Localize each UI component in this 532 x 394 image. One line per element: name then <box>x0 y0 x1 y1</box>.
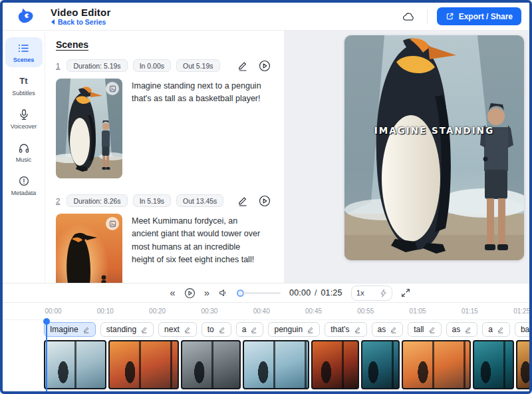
word-chip[interactable]: to <box>201 322 231 337</box>
back-to-series-link[interactable]: Back to Series <box>51 18 110 27</box>
export-share-button[interactable]: Export / Share <box>437 7 521 25</box>
filmstrip-segment-fiery-sky-dark-rocks[interactable] <box>311 340 359 389</box>
app-window: Video Editor Back to Series Export / Sha… <box>0 0 532 394</box>
edit-scene-icon[interactable] <box>237 196 248 206</box>
filmstrip-segment-ice-canyon-penguins[interactable] <box>243 340 309 389</box>
image-badge-icon <box>106 82 119 95</box>
filmstrip-segment-underwater-sharks[interactable] <box>361 340 400 389</box>
sidebar-item-voiceover[interactable]: Voiceover <box>5 104 43 134</box>
word-chip-label: standing <box>106 325 136 334</box>
preview-panel: IMAGINE STANDING <box>285 31 529 283</box>
timeline-tick: 01:15 <box>462 307 478 315</box>
word-timeline: Imagine standing next to a penguin that'… <box>3 320 529 339</box>
title-block: Video Editor Back to Series <box>51 7 110 27</box>
skip-back-button[interactable]: « <box>170 288 175 299</box>
duration-badge: Duration: 5.19s <box>66 59 127 72</box>
word-chip[interactable]: tall <box>408 322 441 337</box>
edit-word-icon[interactable] <box>219 326 225 333</box>
page-title: Video Editor <box>51 7 110 18</box>
scene-text: Meet Kumimanu fordycei, an ancient giant… <box>132 214 275 283</box>
edit-word-icon[interactable] <box>429 326 436 333</box>
edit-scene-icon[interactable] <box>237 61 248 71</box>
volume-icon[interactable] <box>218 288 228 297</box>
word-chip-label: a <box>488 325 493 334</box>
playhead-handle[interactable] <box>43 318 50 325</box>
app-logo-icon[interactable] <box>16 7 36 26</box>
filmstrip-segment-deep-sea-shark[interactable] <box>473 340 514 389</box>
sidebar-item-label: Subtitles <box>12 90 35 97</box>
edit-word-icon[interactable] <box>141 326 148 333</box>
scenes-heading: Scenes <box>56 39 275 50</box>
fullscreen-button[interactable] <box>401 288 410 297</box>
word-chip-label: a <box>242 325 247 334</box>
word-chip-label: tall <box>414 325 424 334</box>
filmstrip-segment-penguins-walking-sunset[interactable] <box>402 340 471 389</box>
word-chip[interactable]: basketball <box>515 322 529 337</box>
time-separator: / <box>313 288 319 297</box>
image-badge-icon <box>106 217 119 230</box>
scene-thumbnail-2[interactable] <box>56 214 122 283</box>
sidebar-item-label: Music <box>16 156 32 163</box>
edit-word-icon[interactable] <box>390 326 397 333</box>
play-button[interactable] <box>184 288 196 299</box>
word-chip[interactable]: a <box>482 322 510 337</box>
timeline-tick: 01:05 <box>410 307 426 315</box>
total-time: 01:25 <box>321 288 342 297</box>
timeline-tick: 00:20 <box>149 307 166 315</box>
word-chip-label: penguin <box>274 325 303 334</box>
back-link-label: Back to Series <box>58 18 106 27</box>
filmstrip-segment-golden-canyon[interactable] <box>516 340 529 389</box>
scene-card-1: 1 Duration: 5.19s In 0.00s Out 5.19s <box>56 59 275 178</box>
edit-word-icon[interactable] <box>83 326 90 333</box>
playback-speed-control[interactable]: 1x <box>351 286 392 301</box>
word-chip[interactable]: Imagine <box>44 322 96 337</box>
word-chip[interactable]: a <box>236 322 264 337</box>
filmstrip <box>44 339 529 391</box>
scene-number: 1 <box>56 62 60 70</box>
volume-track[interactable] <box>243 292 281 294</box>
filmstrip-segment-sunset-beach-penguins[interactable] <box>108 340 179 389</box>
edit-word-icon[interactable] <box>497 326 504 333</box>
mic-icon <box>18 108 30 120</box>
word-chip-label: next <box>164 325 180 334</box>
word-chip[interactable]: as <box>446 322 478 337</box>
sidebar-item-metadata[interactable]: Metadata <box>5 170 43 200</box>
sidebar-item-subtitles[interactable]: Tt Subtitles <box>5 71 43 100</box>
word-chip[interactable]: as <box>372 322 404 337</box>
scene-thumbnail-1[interactable] <box>56 79 122 178</box>
word-chip[interactable]: standing <box>100 322 154 337</box>
play-scene-icon[interactable] <box>259 60 271 72</box>
scene-number: 2 <box>56 197 60 205</box>
volume-slider[interactable] <box>237 290 281 297</box>
timeline-ruler[interactable]: 00:0000:1000:2000:3000:4000:4500:5501:05… <box>3 303 529 320</box>
edit-word-icon[interactable] <box>184 326 191 333</box>
edit-word-icon[interactable] <box>307 326 314 333</box>
cloud-sync-icon[interactable] <box>400 9 418 24</box>
word-chip[interactable]: that's <box>325 322 366 337</box>
word-chip-label: Imagine <box>50 325 78 334</box>
timeline-tick: 00:45 <box>305 307 322 315</box>
out-badge: Out 13.45s <box>176 194 223 207</box>
edit-word-icon[interactable] <box>465 326 471 333</box>
playback-controls: « » 00:00 / 01:25 1x <box>3 283 529 303</box>
in-badge: In 0.00s <box>133 59 171 72</box>
word-chip[interactable]: penguin <box>268 322 320 337</box>
scenes-panel: Scenes 1 Duration: 5.19s In 0.00s Out 5.… <box>45 31 285 283</box>
edit-word-icon[interactable] <box>251 326 257 333</box>
out-badge: Out 5.19s <box>176 59 220 72</box>
text-icon: Tt <box>18 75 30 87</box>
sidebar-item-music[interactable]: Music <box>5 137 43 167</box>
filmstrip-segment-giant-penguin-boy-ice[interactable] <box>44 340 106 389</box>
word-chip[interactable]: next <box>158 322 197 337</box>
play-scene-icon[interactable] <box>259 195 271 207</box>
header-divider <box>427 9 428 24</box>
filmstrip-segment-stone-giant-water[interactable] <box>181 340 241 389</box>
speed-value: 1x <box>356 289 364 297</box>
timeline-tick: 01:25 <box>513 307 530 315</box>
edit-word-icon[interactable] <box>354 326 361 333</box>
sidebar-item-scenes[interactable]: Scenes <box>5 37 43 67</box>
video-preview[interactable]: IMAGINE STANDING <box>344 35 524 260</box>
subtitle-caption: IMAGINE STANDING <box>344 125 524 136</box>
skip-forward-button[interactable]: » <box>204 288 209 299</box>
word-chip-label: to <box>207 325 214 334</box>
